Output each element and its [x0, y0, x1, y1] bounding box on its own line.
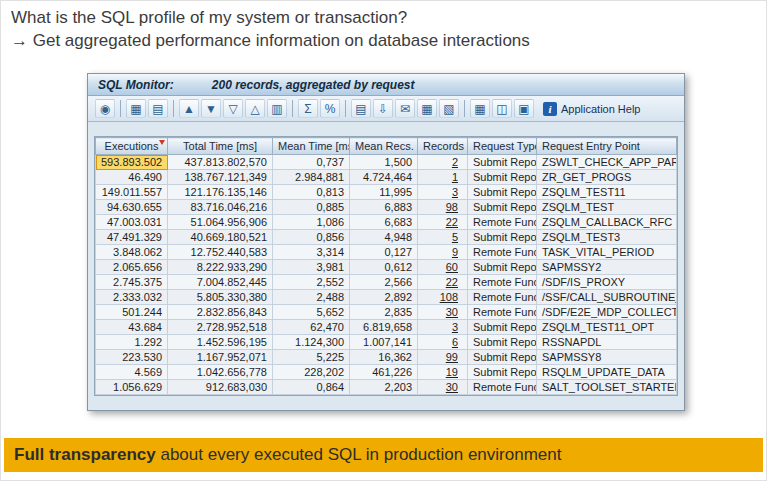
sum-icon[interactable]: Σ: [298, 99, 318, 118]
table-row[interactable]: 43.6842.728.952,51862,4706.819,6583Submi…: [96, 320, 677, 335]
cell-executions: 47.003.031: [96, 215, 168, 230]
cell-total-time-ms: 1.452.596,195: [168, 335, 273, 350]
cell-request-type: Remote Func: [468, 380, 537, 395]
cell-request-entry-point: TASK_VITAL_PERIOD: [537, 245, 677, 260]
cell-request-entry-point: ZSQLM_TEST: [537, 200, 677, 215]
cell-mean-time-ms: 2,552: [273, 275, 350, 290]
percentage-icon[interactable]: %: [320, 99, 340, 118]
window-record-count: 200 records, aggregated by request: [212, 78, 415, 92]
table-row[interactable]: 4.5691.042.656,778228,202461,22619Submit…: [96, 365, 677, 380]
column-header-executions[interactable]: Executions: [96, 138, 168, 155]
filter-icon[interactable]: ▽: [223, 99, 243, 118]
records-link[interactable]: 99: [418, 350, 468, 365]
cell-mean-recs: 1.007,141: [350, 335, 418, 350]
records-link[interactable]: 108: [418, 290, 468, 305]
column-header-total-time-ms[interactable]: Total Time [ms]: [168, 138, 273, 155]
change-layout-icon[interactable]: ◫: [492, 99, 512, 118]
table-body: 593.893.502437.813.802,5700,7371,5002Sub…: [96, 155, 677, 395]
cell-executions: 43.684: [96, 320, 168, 335]
alv-toolbar: ◉▦▤▲▼▽△▥Σ%▤⇩✉▦▧▦◫▣ i Application Help: [88, 96, 684, 122]
table-row[interactable]: 593.893.502437.813.802,5700,7371,5002Sub…: [96, 155, 677, 170]
records-link[interactable]: 3: [418, 185, 468, 200]
table-row[interactable]: 46.490138.767.121,3492.984,8814.724,4641…: [96, 170, 677, 185]
cell-mean-recs: 4.724,464: [350, 170, 418, 185]
table-row[interactable]: 47.003.03151.064.956,9061,0866,68322Remo…: [96, 215, 677, 230]
cell-request-type: Submit Report: [468, 155, 537, 170]
table-row[interactable]: 149.011.557121.176.135,1460,81311,9953Su…: [96, 185, 677, 200]
records-link[interactable]: 60: [418, 260, 468, 275]
set-filter-icon[interactable]: ▥: [267, 99, 287, 118]
cell-request-type: Submit Report: [468, 335, 537, 350]
cell-mean-recs: 6,883: [350, 200, 418, 215]
toolbar-separator: [173, 100, 174, 117]
column-header-request-type[interactable]: Request Type: [468, 138, 537, 155]
alv-grid: ExecutionsTotal Time [ms]Mean Time [ms]M…: [94, 136, 678, 396]
choose-layout-icon[interactable]: ▦: [126, 99, 146, 118]
cell-total-time-ms: 51.064.956,906: [168, 215, 273, 230]
records-link[interactable]: 22: [418, 275, 468, 290]
delete-filter-icon[interactable]: △: [245, 99, 265, 118]
table-row[interactable]: 501.2442.832.856,8435,6522,83530Remote F…: [96, 305, 677, 320]
cell-request-entry-point: /SDF/E2E_MDP_COLLECTOR: [537, 305, 677, 320]
spreadsheet-icon[interactable]: ▦: [417, 99, 437, 118]
sort-descending-icon[interactable]: ▼: [201, 99, 221, 118]
cell-executions: 46.490: [96, 170, 168, 185]
table-row[interactable]: 1.2921.452.596,1951.124,3001.007,1416Sub…: [96, 335, 677, 350]
cell-executions: 2.745.375: [96, 275, 168, 290]
records-link[interactable]: 1: [418, 170, 468, 185]
grid-view-icon[interactable]: ▦: [470, 99, 490, 118]
table-row[interactable]: 2.333.0325.805.330,3802,4882,892108Remot…: [96, 290, 677, 305]
details-icon[interactable]: ◉: [95, 99, 115, 118]
records-link[interactable]: 30: [418, 380, 468, 395]
sort-ascending-icon[interactable]: ▲: [179, 99, 199, 118]
records-link[interactable]: 30: [418, 305, 468, 320]
column-header-mean-recs[interactable]: Mean Recs.: [350, 138, 418, 155]
selected-cell[interactable]: 593.893.502: [96, 155, 168, 170]
cell-mean-time-ms: 3,314: [273, 245, 350, 260]
cell-request-entry-point: ZSWLT_CHECK_APP_PARAMS: [537, 155, 677, 170]
toolbar-separator: [120, 100, 121, 117]
records-link[interactable]: 98: [418, 200, 468, 215]
cell-request-type: Remote Func_: [468, 290, 537, 305]
cell-request-entry-point: SAPMSSY8: [537, 350, 677, 365]
print-icon[interactable]: ▤: [351, 99, 371, 118]
table-row[interactable]: 223.5301.167.952,0715,22516,36299Submit …: [96, 350, 677, 365]
cell-request-type: Submit Report: [468, 170, 537, 185]
table-row[interactable]: 2.745.3757.004.852,4452,5522,56622Remote…: [96, 275, 677, 290]
cell-mean-time-ms: 2.984,881: [273, 170, 350, 185]
cell-request-type: Submit Report: [468, 350, 537, 365]
cell-request-type: Remote Func_: [468, 305, 537, 320]
select-detail-icon[interactable]: ▤: [148, 99, 168, 118]
table-row[interactable]: 3.848.06212.752.440,5833,3140,1279Remote…: [96, 245, 677, 260]
cell-request-entry-point: SALT_TOOLSET_STARTER: [537, 380, 677, 395]
records-link[interactable]: 5: [418, 230, 468, 245]
column-header-records[interactable]: Records: [418, 138, 468, 155]
cell-request-type: Submit Report: [468, 260, 537, 275]
cell-total-time-ms: 138.767.121,349: [168, 170, 273, 185]
table-row[interactable]: 1.056.629912.683,0300,8642,20330Remote F…: [96, 380, 677, 395]
table-row[interactable]: 47.491.32940.669.180,5210,8564,9485Submi…: [96, 230, 677, 245]
save-layout-icon[interactable]: ▣: [514, 99, 534, 118]
cell-request-type: Submit Report: [468, 365, 537, 380]
records-link[interactable]: 6: [418, 335, 468, 350]
mail-icon[interactable]: ✉: [395, 99, 415, 118]
records-link[interactable]: 19: [418, 365, 468, 380]
cell-request-type: Remote Func_: [468, 215, 537, 230]
cell-total-time-ms: 1.042.656,778: [168, 365, 273, 380]
table-row[interactable]: 94.630.65583.716.046,2160,8856,88398Subm…: [96, 200, 677, 215]
records-link[interactable]: 9: [418, 245, 468, 260]
column-header-mean-time-ms[interactable]: Mean Time [ms]: [273, 138, 350, 155]
footer-banner-bold: Full transparency: [14, 445, 156, 465]
records-link[interactable]: 22: [418, 215, 468, 230]
graphic-icon[interactable]: ▧: [439, 99, 459, 118]
records-link[interactable]: 3: [418, 320, 468, 335]
table-row[interactable]: 2.065.6568.222.933,2903,9810,61260Submit…: [96, 260, 677, 275]
records-link[interactable]: 2: [418, 155, 468, 170]
cell-executions: 1.292: [96, 335, 168, 350]
cell-mean-time-ms: 3,981: [273, 260, 350, 275]
cell-mean-time-ms: 228,202: [273, 365, 350, 380]
column-header-request-entry-point[interactable]: Request Entry Point: [537, 138, 677, 155]
local-file-icon[interactable]: ⇩: [373, 99, 393, 118]
toolbar-separator: [345, 100, 346, 117]
application-help-button[interactable]: i Application Help: [543, 102, 641, 116]
